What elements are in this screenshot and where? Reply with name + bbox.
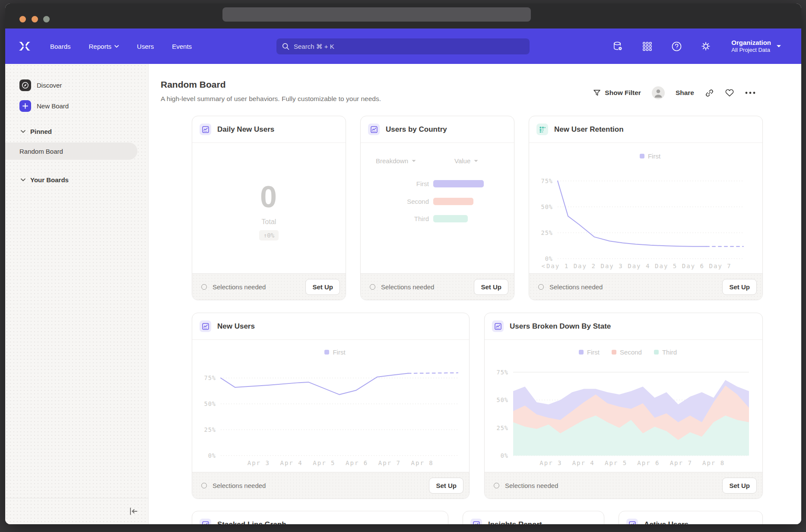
legend-item: First — [640, 152, 660, 160]
browser-address-bar[interactable] — [222, 7, 531, 22]
card-footer: Selections needed Set Up — [485, 472, 762, 498]
sidebar-section-your-boards[interactable]: Your Boards — [21, 176, 69, 184]
sidebar-item-discover[interactable]: Discover — [19, 79, 62, 91]
sidebar-collapse-icon[interactable] — [128, 507, 139, 516]
legend-item: Third — [654, 348, 677, 356]
legend-swatch — [612, 350, 616, 355]
legend-label: First — [333, 348, 345, 356]
setup-button[interactable]: Set Up — [722, 478, 757, 494]
x-axis-tick-label: Apr 8 — [411, 459, 434, 466]
card-header: Insights Report — [463, 511, 604, 524]
help-icon[interactable] — [671, 41, 682, 52]
card-users-by-country[interactable]: Users by Country Breakdown Value F — [360, 116, 514, 300]
y-axis-tick-label: 0% — [501, 452, 508, 459]
apps-grid-icon[interactable] — [641, 41, 653, 52]
card-new-users[interactable]: New Users First 75%50%25%0% — [192, 313, 470, 499]
card-footer: Selections needed Set Up — [361, 273, 514, 300]
card-footer: Selections needed Set Up — [192, 273, 346, 300]
show-filter-button[interactable]: Show Filter — [593, 89, 641, 97]
card-daily-new-users[interactable]: Daily New Users 0 Total ↑0% Selections n… — [192, 116, 346, 300]
chart-legend: First — [209, 348, 460, 356]
avatar[interactable] — [652, 86, 665, 99]
card-body: First 75%50%25%0% Apr 3Apr 4Apr 5Apr 6Ap… — [192, 340, 469, 472]
chart-legend: First — [546, 152, 754, 160]
card-body: First 75%50%25%0% <Day 1Day 2Day 3Day 4D… — [529, 143, 762, 273]
y-axis-tick-label: 50% — [497, 396, 508, 403]
dropdown-label: Value — [454, 157, 470, 165]
discover-compass-icon — [19, 79, 31, 91]
card-users-by-state[interactable]: Users Broken Down By State First S — [484, 313, 763, 499]
x-axis-tick-label: Day 3 — [600, 263, 623, 269]
value-dropdown[interactable]: Value — [454, 157, 478, 165]
browser-window: Boards Reports Users Events — [5, 3, 801, 524]
setup-button[interactable]: Set Up — [429, 478, 463, 494]
line-chart-icon — [200, 124, 211, 135]
search-input[interactable] — [294, 43, 524, 50]
setup-button[interactable]: Set Up — [722, 279, 757, 295]
retention-grid-icon — [536, 124, 548, 135]
card-footer: Selections needed Set Up — [529, 273, 762, 300]
user-icon — [652, 86, 665, 99]
line-chart-icon — [200, 519, 211, 524]
sidebar-section-label: Pinned — [30, 128, 52, 135]
breakdown-dropdown[interactable]: Breakdown — [376, 157, 416, 165]
card-active-users[interactable]: Active Users — [619, 511, 763, 524]
y-axis-tick-label: 25% — [541, 229, 553, 236]
x-axis-labels: Apr 3Apr 4Apr 5Apr 6Apr 7Apr 8 — [513, 459, 749, 468]
sidebar-section-pinned[interactable]: Pinned — [21, 128, 52, 135]
status-text: Selections needed — [381, 283, 434, 291]
org-project-switcher[interactable]: Organization All Project Data — [731, 39, 781, 54]
card-title: Users by Country — [386, 125, 447, 134]
y-axis-tick-label: 75% — [541, 177, 553, 184]
card-row-1: Daily New Users 0 Total ↑0% Selections n… — [192, 116, 763, 300]
legend-swatch — [579, 350, 584, 355]
x-axis-tick-label: Apr 3 — [539, 459, 562, 466]
window-close-button[interactable] — [19, 16, 26, 22]
sidebar-item-random-board[interactable]: Random Board — [5, 142, 137, 160]
nav-item-reports[interactable]: Reports — [89, 43, 119, 50]
x-axis-tick-label: Apr 5 — [313, 459, 335, 466]
chevron-down-icon — [474, 160, 478, 162]
navbar-right-group: Organization All Project Data — [612, 39, 781, 54]
legend-label: First — [587, 348, 600, 356]
card-header: Users by Country — [361, 116, 514, 143]
global-search[interactable] — [276, 38, 530, 54]
nav-item-users[interactable]: Users — [137, 43, 154, 50]
share-button[interactable]: Share — [676, 89, 694, 97]
setup-button[interactable]: Set Up — [305, 279, 340, 295]
sidebar-item-new-board[interactable]: New Board — [19, 100, 69, 112]
card-stacked-line-graph[interactable]: Stacked Line Graph — [192, 511, 448, 524]
status-circle-icon — [494, 483, 499, 488]
kpi-delta-badge: ↑0% — [259, 230, 279, 241]
mixpanel-logo-icon[interactable] — [17, 41, 32, 52]
chevron-down-icon — [21, 130, 25, 133]
card-title: Insights Report — [488, 520, 542, 525]
x-axis-labels: Apr 3Apr 4Apr 5Apr 6Apr 7Apr 8 — [221, 459, 458, 468]
favorite-heart-icon[interactable] — [725, 89, 734, 97]
card-new-user-retention[interactable]: New User Retention First 75%50%25%0% — [529, 116, 763, 300]
org-name: Organization — [731, 39, 771, 47]
copy-link-icon[interactable] — [705, 89, 714, 98]
card-insights-report[interactable]: Insights Report — [463, 511, 604, 524]
settings-gear-icon[interactable] — [700, 41, 711, 52]
line-chart-icon — [200, 320, 211, 332]
more-options-icon[interactable] — [745, 92, 755, 94]
setup-button[interactable]: Set Up — [474, 279, 508, 295]
nav-item-events[interactable]: Events — [172, 43, 192, 50]
window-minimize-button[interactable] — [32, 16, 38, 22]
page-title: Random Board — [161, 79, 226, 90]
card-header: Active Users — [619, 511, 762, 524]
window-zoom-button[interactable] — [43, 16, 50, 22]
card-body: First Second Third — [485, 340, 762, 472]
sidebar-footer — [5, 498, 148, 524]
data-management-icon[interactable] — [612, 41, 623, 52]
retention-line-chart: 75%50%25%0% <Day 1Day 2Day 3Day 4Day 5Da… — [558, 171, 743, 259]
bar-third — [433, 215, 468, 222]
card-header: Daily New Users — [192, 116, 346, 143]
nav-item-boards[interactable]: Boards — [50, 43, 71, 50]
chart-plot — [221, 367, 458, 456]
board-actions: Show Filter Share — [593, 86, 755, 100]
share-label: Share — [676, 89, 694, 97]
project-name: All Project Data — [731, 47, 771, 54]
x-axis-tick-label: Day 7 — [709, 263, 732, 269]
